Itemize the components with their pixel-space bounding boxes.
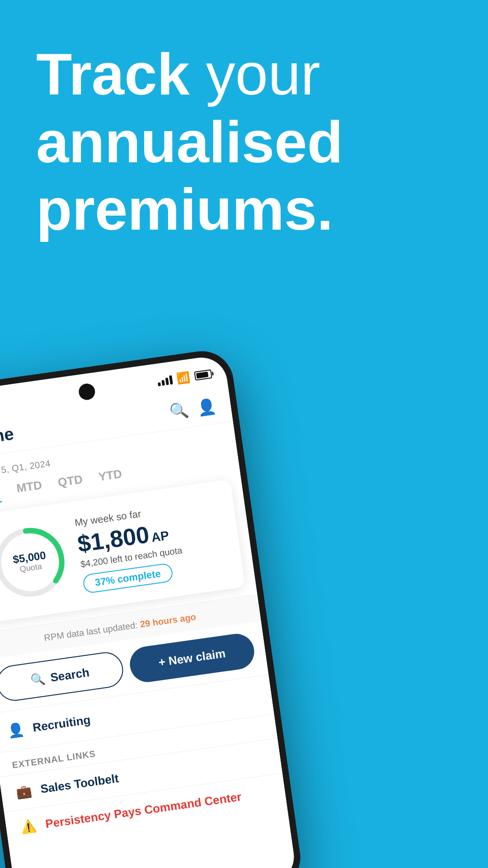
new-claim-button[interactable]: + New claim [127,632,256,684]
sales-toolbelt-label: Sales Toolbelt [40,771,120,796]
tab-ytd[interactable]: YTD [98,467,123,489]
persistency-icon: ⚠️ [20,818,38,835]
circle-center: $5,000 Quota [12,549,48,575]
hero-section: Track your annualised premiums. [36,41,452,244]
signal-icon [157,374,173,386]
sales-toolbelt-icon: 💼 [15,783,33,800]
update-label: RPM data last updated: [43,620,138,643]
recruiting-label: Recruiting [32,713,91,735]
hero-line2: annualised [36,109,343,175]
search-button-icon: 🔍 [30,672,46,688]
recruiting-icon: 👤 [6,721,25,739]
status-icons: 📶 [157,368,213,388]
search-button-label: Search [50,665,90,685]
camera-notch [78,382,96,401]
tab-wtd[interactable]: WTD [0,484,2,506]
wifi-icon: 📶 [176,371,191,385]
stats-info: My week so far $1,800 AP $4,200 left to … [74,497,230,594]
battery-icon [194,369,212,381]
phone-device: 9:41 📶 Ho [0,331,419,868]
phone-screen: 9:41 📶 Ho [0,354,297,868]
new-claim-button-label: + New claim [158,646,226,670]
stats-unit: AP [150,528,170,544]
screen-content: Home 🔍 👤 WEEK 5, Q1, 2024 WTD MTD QTD YT… [0,386,297,868]
profile-icon[interactable]: 👤 [196,396,217,417]
tab-mtd[interactable]: MTD [16,478,43,500]
hero-light: your [190,41,320,107]
circular-progress: $5,000 Quota [0,516,76,608]
header-icons: 🔍 👤 [169,396,218,421]
hero-line3: premiums. [36,176,333,242]
search-button[interactable]: 🔍 Search [0,650,126,703]
app-title: Home [0,424,15,450]
tab-qtd[interactable]: QTD [57,472,84,494]
phone-body: 9:41 📶 Ho [0,347,305,868]
hero-bold: Track [36,41,190,107]
update-time: 29 hours ago [140,612,197,629]
search-icon[interactable]: 🔍 [169,400,190,420]
